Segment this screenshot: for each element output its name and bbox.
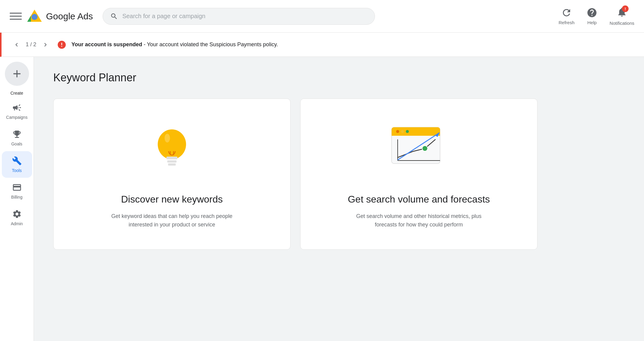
main-layout: Create Campaigns Goals Tools [0, 57, 644, 341]
search-volume-title: Get search volume and forecasts [348, 193, 490, 206]
alert-message: Your account is suspended - Your account… [71, 41, 278, 48]
search-bar [103, 8, 375, 25]
chevron-left-icon [13, 41, 20, 48]
page-title: Keyword Planner [53, 71, 625, 84]
search-volume-description: Get search volume and other historical m… [346, 212, 491, 229]
billing-icon [12, 183, 22, 192]
sidebar: Create Campaigns Goals Tools [0, 57, 34, 341]
svg-rect-12 [392, 133, 440, 136]
alert-prev-button[interactable] [11, 39, 22, 50]
alert-next-button[interactable] [40, 39, 51, 50]
sidebar-item-billing[interactable]: Billing [2, 178, 32, 204]
svg-marker-2 [27, 16, 31, 22]
refresh-label: Refresh [559, 20, 575, 25]
create-button[interactable] [5, 62, 29, 86]
chart-illustration [389, 118, 449, 179]
alert-navigation: 1 / 2 [11, 39, 51, 50]
admin-label: Admin [11, 221, 23, 226]
plus-icon [11, 68, 23, 80]
search-volume-card[interactable]: Get search volume and forecasts Get sear… [300, 99, 537, 250]
sidebar-item-tools[interactable]: Tools [2, 151, 32, 178]
alert-error-icon [57, 40, 67, 50]
goals-icon [12, 129, 22, 139]
cards-grid: Discover new keywords Get keyword ideas … [53, 99, 537, 250]
svg-rect-7 [166, 157, 177, 159]
search-input[interactable] [122, 13, 367, 20]
svg-point-13 [396, 130, 399, 133]
create-container: Create [5, 62, 29, 96]
discover-keywords-card[interactable]: Discover new keywords Get keyword ideas … [53, 99, 291, 250]
goals-label: Goals [11, 141, 22, 146]
chevron-right-icon [42, 41, 49, 48]
campaigns-icon [12, 103, 22, 112]
discover-keywords-description: Get keyword ideas that can help you reac… [99, 212, 245, 229]
svg-point-15 [406, 130, 409, 133]
help-label: Help [587, 20, 597, 25]
discover-keywords-title: Discover new keywords [121, 193, 223, 206]
header-actions: Refresh Help ! Notifications [559, 7, 634, 26]
alert-message-rest: - Your account violated the Suspicious P… [142, 41, 278, 47]
tools-icon [12, 156, 22, 166]
svg-rect-8 [167, 161, 177, 163]
header: Google Ads Refresh Help [0, 0, 644, 33]
help-icon [586, 7, 597, 18]
campaigns-label: Campaigns [6, 115, 28, 120]
refresh-icon [561, 7, 572, 18]
lightbulb-illustration [142, 118, 202, 179]
sidebar-item-goals[interactable]: Goals [2, 125, 32, 151]
sidebar-item-campaigns[interactable]: Campaigns [2, 98, 32, 125]
refresh-button[interactable]: Refresh [559, 7, 575, 25]
menu-icon[interactable] [10, 10, 22, 22]
svg-point-18 [422, 146, 428, 151]
app-name: Google Ads [46, 11, 93, 21]
svg-point-14 [401, 130, 404, 133]
notification-badge: ! [622, 5, 629, 12]
google-ads-logo-icon [27, 8, 42, 24]
tools-label: Tools [12, 168, 22, 173]
notifications-button[interactable]: ! Notifications [610, 7, 634, 26]
sidebar-item-admin[interactable]: Admin [2, 204, 32, 231]
svg-point-4 [165, 134, 170, 142]
svg-point-1 [31, 14, 38, 20]
logo: Google Ads [27, 8, 93, 24]
content-area: Keyword Planner [34, 57, 644, 341]
create-label: Create [10, 91, 23, 96]
search-icon [110, 12, 118, 20]
alert-counter: 1 / 2 [26, 41, 36, 48]
admin-icon [12, 209, 22, 219]
alert-message-bold: Your account is suspended [71, 41, 142, 47]
alert-banner: 1 / 2 Your account is suspended - Your a… [0, 33, 644, 57]
billing-label: Billing [11, 195, 22, 200]
svg-rect-9 [168, 164, 176, 166]
notifications-label: Notifications [610, 21, 634, 26]
help-button[interactable]: Help [586, 7, 597, 25]
